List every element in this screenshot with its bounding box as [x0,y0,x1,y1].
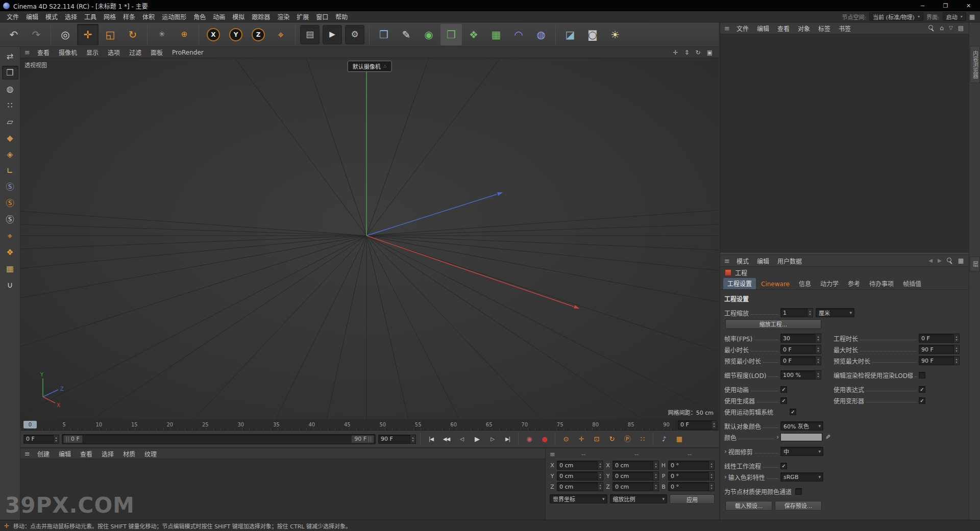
point-mode-button[interactable] [2,98,18,112]
viewport-solo-single-button[interactable] [2,196,18,210]
panel-menu-icon[interactable] [724,258,730,264]
filter-icon[interactable] [949,26,953,31]
ammenu-edit[interactable]: 编辑 [753,257,773,265]
color-swatch[interactable] [780,433,822,441]
stepper[interactable] [953,345,959,353]
tab-referencing[interactable]: 参考 [844,278,864,289]
add-cube-button[interactable] [373,24,395,45]
ommenu-view[interactable]: 查看 [774,24,793,33]
stepper[interactable] [597,472,603,480]
eyedropper-icon[interactable] [825,434,830,440]
tab-project-settings[interactable]: 工程设置 [723,278,756,289]
matmenu-material[interactable]: 材质 [119,449,139,458]
render-settings-button[interactable] [345,25,364,44]
stepper[interactable] [953,334,959,342]
rotate-view-icon[interactable] [696,49,701,56]
keyframe-selection-button[interactable] [559,433,572,445]
generators-button[interactable] [440,24,462,45]
key-parameter-toggle[interactable] [621,433,633,445]
coord-mode-a[interactable]: -- [558,451,608,458]
grid-icon[interactable] [958,258,964,264]
enable-snap-button[interactable] [2,229,18,243]
menu-mograph[interactable]: 运动图形 [158,12,190,21]
key-position-toggle[interactable] [575,433,587,445]
coordinate-system-button[interactable] [270,24,291,45]
workplane-snap-button[interactable] [2,262,18,275]
expander-icon[interactable] [724,448,727,454]
matmenu-create[interactable]: 创建 [33,449,54,458]
range-start-handle[interactable]: 0 F [63,435,83,443]
volume-builder-button[interactable] [485,24,507,45]
y-axis-lock-button[interactable]: Y [225,24,247,45]
stepper[interactable] [815,357,821,365]
texture-mode-button[interactable] [2,82,18,96]
ammenu-userdata[interactable]: 用户数据 [774,257,805,265]
vpmenu-cameras[interactable]: 摄像机 [55,48,81,57]
material-list-area[interactable] [20,459,545,520]
use-expressions-checkbox[interactable] [919,386,925,393]
stepper[interactable] [653,472,658,480]
tab-cineware[interactable]: Cineware [757,280,794,289]
size-mode-dropdown[interactable]: 缩放比例 [610,494,668,503]
rot-b-field[interactable]: 0 ° [668,482,715,491]
subdivision-surface-button[interactable] [418,24,439,45]
menu-file[interactable]: 文件 [3,12,22,21]
pos-z-field[interactable]: 0 cm [557,482,603,491]
camera-label[interactable]: 默认摄像机 [348,61,392,72]
scale-project-button[interactable]: 缩放工程... [725,319,821,329]
scale-tool-button[interactable] [100,24,121,45]
stepper[interactable] [708,461,714,469]
tool-options-button[interactable] [174,24,195,45]
panel-menu-icon[interactable] [724,25,730,32]
menu-mesh[interactable]: 网格 [100,12,119,21]
min-time-field[interactable]: 0 F [780,345,821,354]
menu-volume[interactable]: 体积 [139,12,158,21]
pos-y-field[interactable]: 0 cm [557,471,603,481]
simulate-button[interactable] [530,24,552,45]
prev-key-button[interactable] [440,433,453,445]
vpmenu-display[interactable]: 显示 [82,48,103,57]
panel-menu-icon[interactable] [24,450,30,457]
menu-simulate[interactable]: 模拟 [229,12,248,21]
stepper[interactable] [815,334,821,342]
home-icon[interactable] [940,25,944,31]
tab-info[interactable]: 信息 [795,278,815,289]
size-z-field[interactable]: 0 cm [612,482,659,491]
layers-vertical-tab[interactable]: 层 [970,257,980,271]
tweak-mode-button[interactable] [2,147,18,161]
end-frame-stepper[interactable] [410,435,415,443]
coord-mode-c[interactable]: -- [665,451,715,458]
spline-pen-button[interactable] [396,24,417,45]
floor-button[interactable] [559,24,581,45]
key-rotation-toggle[interactable] [605,433,618,445]
end-frame-field[interactable]: 90 F [378,435,416,444]
vpmenu-filter[interactable]: 过滤 [125,48,145,57]
stepper[interactable] [653,461,658,469]
project-scale-field[interactable]: 1 [780,308,813,317]
tab-todo[interactable]: 待办事项 [865,278,898,289]
vpmenu-options[interactable]: 选项 [104,48,124,57]
vpmenu-prorender[interactable]: ProRender [168,49,208,56]
menu-spline[interactable]: 样条 [119,12,139,21]
input-color-profile-dropdown[interactable]: sRGB [780,472,823,482]
undo-button[interactable] [3,24,24,45]
goto-start-button[interactable] [425,433,437,445]
menu-help[interactable]: 帮助 [332,12,351,21]
tab-key-interpolation[interactable]: 帧插值 [899,278,925,289]
node-space-dropdown[interactable]: 当前 (标准/物理) [869,12,923,21]
recent-tool-button[interactable] [151,24,173,45]
history-back-icon[interactable] [928,258,933,263]
stepper[interactable] [815,371,821,379]
viewport[interactable]: 透视视图 默认摄像机 网格间距：50 cm Y Z X [20,58,719,419]
next-frame-button[interactable] [486,433,499,445]
minimize-button[interactable] [911,0,934,11]
project-scale-unit-dropdown[interactable]: 厘米 [816,308,854,317]
ommenu-bookmarks[interactable]: 书签 [835,24,854,33]
expander-icon[interactable] [724,474,727,480]
redo-button[interactable] [26,24,47,45]
menu-extensions[interactable]: 扩展 [293,12,312,21]
key-pla-toggle[interactable] [636,433,649,445]
panel-menu-icon[interactable] [24,49,30,56]
default-color-dropdown[interactable]: 60% 灰色 [780,421,823,431]
play-button[interactable] [471,433,483,445]
